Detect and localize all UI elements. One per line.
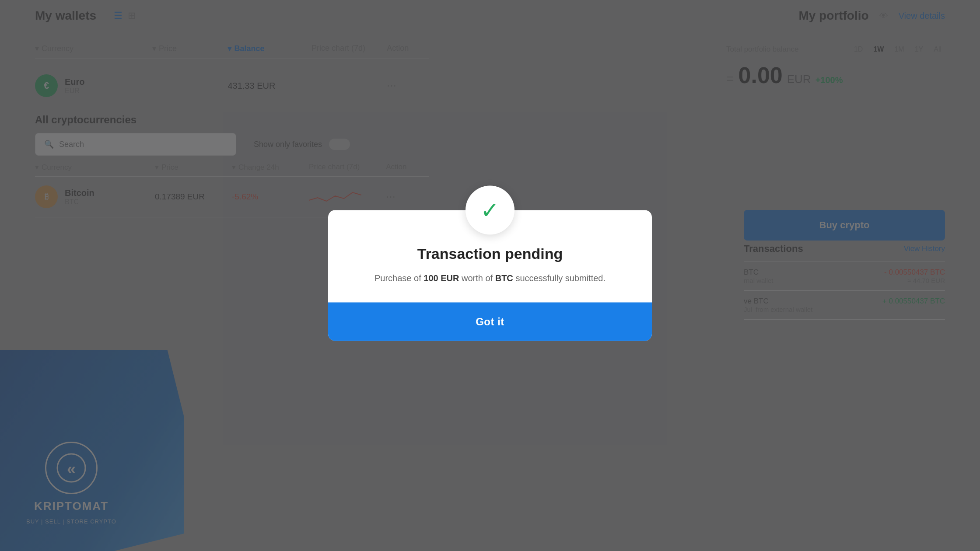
modal-description: Purchase of 100 EUR worth of BTC success… — [354, 271, 626, 285]
modal-desc-suffix: successfully submitted. — [515, 273, 606, 283]
modal-asset: BTC — [495, 273, 513, 283]
modal-title: Transaction pending — [354, 245, 626, 262]
modal-check-icon: ✓ — [466, 186, 514, 235]
modal-desc-middle: worth of — [462, 273, 493, 283]
checkmark-icon: ✓ — [480, 199, 500, 222]
modal-desc-prefix: Purchase of — [374, 273, 421, 283]
transaction-modal: ✓ Transaction pending Purchase of 100 EU… — [328, 210, 652, 341]
modal-amount: 100 EUR — [424, 273, 459, 283]
got-it-button[interactable]: Got it — [328, 303, 652, 341]
